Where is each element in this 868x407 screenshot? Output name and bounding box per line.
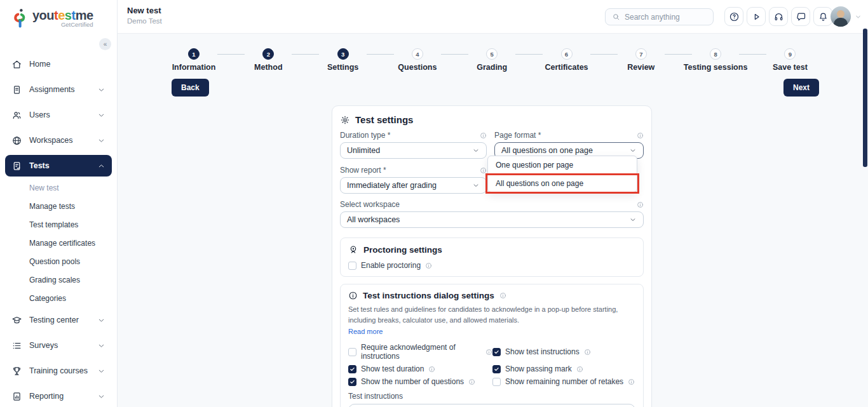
info-icon xyxy=(485,349,492,356)
duration-type-select[interactable]: Unlimited xyxy=(340,142,487,159)
step-grading[interactable]: 5Grading xyxy=(455,48,529,72)
checkbox-show-passing-mark[interactable]: Show passing mark xyxy=(492,364,635,373)
info-icon xyxy=(584,349,591,356)
global-search[interactable] xyxy=(605,8,714,25)
step-number: 6 xyxy=(561,48,573,60)
sidebar-item-surveys[interactable]: Surveys xyxy=(5,333,112,358)
play-button[interactable] xyxy=(747,7,766,26)
step-number: 9 xyxy=(784,48,796,60)
checkbox-enable-proctoring[interactable]: Enable proctoring xyxy=(348,261,635,270)
dropdown-option-all-questions-on-one-page[interactable]: All questions on one page xyxy=(488,174,637,192)
headphones-button[interactable] xyxy=(769,7,788,26)
sidebar-item-workspaces[interactable]: Workspaces xyxy=(5,128,112,153)
step-save-test[interactable]: 9Save test xyxy=(753,48,827,72)
checkbox-box[interactable] xyxy=(492,378,501,386)
checkbox-require-acknowledgment-of-instructions[interactable]: Require acknowledgment of instructions xyxy=(348,343,492,361)
next-button[interactable]: Next xyxy=(783,79,819,97)
search-input[interactable] xyxy=(625,13,707,22)
page-format-label: Page format * xyxy=(494,131,541,140)
checkbox-show-test-instructions[interactable]: Show test instructions xyxy=(492,343,635,361)
step-certificates[interactable]: 6Certificates xyxy=(529,48,604,72)
show-report-select[interactable]: Immediately after grading xyxy=(340,177,487,194)
youtestme-logo-icon xyxy=(13,8,28,29)
brand-letter: me xyxy=(76,8,93,22)
panel-title-row: Test settings xyxy=(340,114,644,125)
step-method[interactable]: 2Method xyxy=(231,48,306,72)
checkbox-box[interactable] xyxy=(348,262,356,270)
checkbox-show-remaining-number-of-retakes[interactable]: Show remaining number of retakes xyxy=(492,377,635,386)
help-button[interactable] xyxy=(724,7,743,26)
sidebar-item-categories[interactable]: Categories xyxy=(5,289,112,307)
sidebar-item-assignments[interactable]: Assignments xyxy=(5,77,112,102)
workspace-select[interactable]: All workspaces xyxy=(340,211,644,228)
chat-button[interactable] xyxy=(791,7,810,26)
checkbox-show-test-duration[interactable]: Show test duration xyxy=(348,364,492,373)
step-label: Save test xyxy=(753,63,827,72)
tests-icon xyxy=(11,161,22,171)
step-settings[interactable]: 3Settings xyxy=(306,48,380,72)
sidebar-item-label: Grading scales xyxy=(29,276,80,284)
step-number: 2 xyxy=(262,48,274,60)
sidebar-item-users[interactable]: Users xyxy=(5,102,112,128)
main-content: 1Information2Method3Settings4Questions5G… xyxy=(118,34,868,407)
training-courses-icon xyxy=(11,366,22,377)
checkbox-box[interactable] xyxy=(492,348,501,356)
bell-icon xyxy=(818,11,829,22)
check-icon xyxy=(349,366,355,372)
checkbox-box[interactable] xyxy=(348,348,356,356)
step-information[interactable]: 1Information xyxy=(157,48,231,72)
sidebar-item-tests[interactable]: Tests xyxy=(5,155,112,177)
sidebar-item-manage-certificates[interactable]: Manage certificates xyxy=(5,234,112,252)
sidebar-item-label: Home xyxy=(29,60,50,69)
search-icon xyxy=(612,13,620,21)
info-icon xyxy=(628,378,635,385)
select-value: All workspaces xyxy=(347,215,400,224)
checkbox-box[interactable] xyxy=(348,365,356,373)
avatar-chevron-icon[interactable] xyxy=(855,13,862,20)
sidebar-item-home[interactable]: Home xyxy=(5,51,112,77)
sidebar-item-label: Categories xyxy=(29,294,66,303)
reporting-icon xyxy=(11,391,22,402)
app-logo: youtestme GetCertified xyxy=(0,0,117,29)
page-format-dropdown: One question per pageAll questions on on… xyxy=(487,156,637,192)
sidebar-nav: HomeAssignmentsUsersWorkspacesTestsNew t… xyxy=(0,51,117,407)
sidebar-item-reporting[interactable]: Reporting xyxy=(5,384,112,407)
sidebar-item-question-pools[interactable]: Question pools xyxy=(5,252,112,270)
chevron-down-icon xyxy=(97,86,105,94)
chevron-down-icon xyxy=(629,147,637,154)
step-label: Settings xyxy=(306,63,380,72)
panel-title: Test settings xyxy=(355,114,413,125)
chevron-up-icon xyxy=(97,162,105,170)
sidebar-item-training-courses[interactable]: Training courses xyxy=(5,358,112,384)
rich-text-editor[interactable]: BIUSAAx₂x²H1H2”</>¶ xyxy=(348,404,635,407)
chevron-down-icon xyxy=(97,342,105,350)
step-number: 4 xyxy=(412,48,423,60)
step-questions[interactable]: 4Questions xyxy=(380,48,454,72)
sidebar-item-testing-center[interactable]: Testing center xyxy=(5,307,112,333)
brand-letter: s xyxy=(65,8,72,22)
read-more-link[interactable]: Read more xyxy=(348,328,383,335)
sidebar-item-label: Question pools xyxy=(29,257,80,266)
step-number: 8 xyxy=(710,48,721,60)
dropdown-option-label: All questions on one page xyxy=(496,179,583,188)
dropdown-option-one-question-per-page[interactable]: One question per page xyxy=(488,156,637,174)
avatar[interactable] xyxy=(831,6,851,27)
back-button[interactable]: Back xyxy=(172,79,209,97)
sidebar-item-grading-scales[interactable]: Grading scales xyxy=(5,270,112,289)
sidebar-item-new-test[interactable]: New test xyxy=(5,178,112,197)
sidebar-item-manage-tests[interactable]: Manage tests xyxy=(5,197,112,215)
sidebar-item-label: New test xyxy=(29,183,59,192)
bell-button[interactable] xyxy=(813,7,832,26)
checkbox-show-the-number-of-questions[interactable]: Show the number of questions xyxy=(348,377,492,386)
sidebar: youtestme GetCertified « HomeAssignments… xyxy=(0,0,118,407)
page-scrollbar-thumb[interactable] xyxy=(863,29,867,167)
step-testing-sessions[interactable]: 8Testing sessions xyxy=(679,48,753,72)
page-subtitle: Demo Test xyxy=(127,17,162,25)
checkbox-box[interactable] xyxy=(348,378,356,386)
header-icon-buttons xyxy=(724,7,832,26)
sidebar-collapse-button[interactable]: « xyxy=(99,38,111,50)
instructions-description: Set test rules and guidelines for candid… xyxy=(348,304,635,325)
step-review[interactable]: 7Review xyxy=(604,48,678,72)
sidebar-item-test-templates[interactable]: Test templates xyxy=(5,215,112,234)
checkbox-box[interactable] xyxy=(492,365,501,373)
